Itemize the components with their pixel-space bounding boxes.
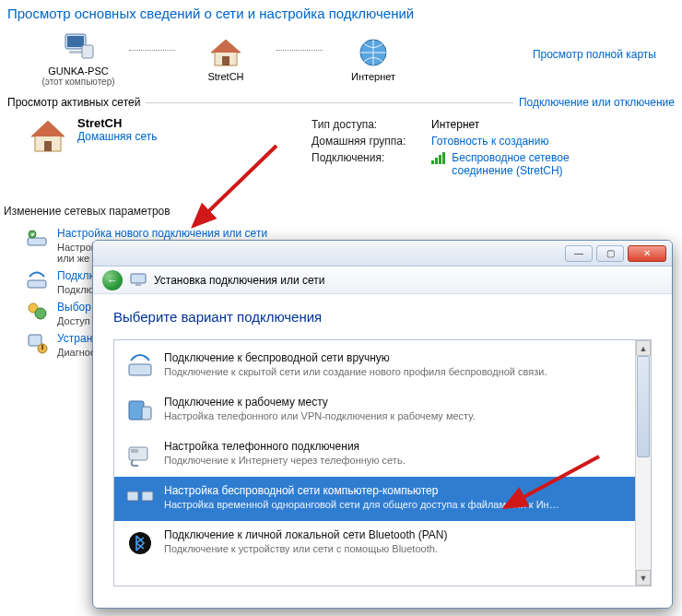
dialog-toolbar-title: Установка подключения или сети xyxy=(154,274,324,287)
node-label: StretCH xyxy=(207,71,243,82)
connection-link[interactable]: Беспроводное сетевое соединение (StretCH… xyxy=(452,151,617,177)
option-icon xyxy=(125,484,155,514)
svg-rect-21 xyxy=(135,284,141,286)
view-full-map-link[interactable]: Просмотр полной карты xyxy=(533,48,656,61)
svg-rect-22 xyxy=(129,364,151,375)
svg-rect-18 xyxy=(41,345,43,349)
option-icon xyxy=(125,351,155,381)
svg-rect-1 xyxy=(67,36,84,47)
opt-title: Выбор домашней группы и параметров общег… xyxy=(57,301,94,314)
divider xyxy=(146,102,513,103)
option-desc: Подключение к устройству или сети с помо… xyxy=(164,543,448,554)
svg-rect-27 xyxy=(127,492,138,501)
active-networks-header: Просмотр активных сетей Подключение или … xyxy=(7,96,675,109)
option-title: Подключение к личной локальной сети Blue… xyxy=(164,528,448,541)
option-icon xyxy=(125,440,155,469)
opt-title: Устранение неполадок xyxy=(57,332,94,345)
back-button[interactable]: ← xyxy=(102,270,123,290)
netmap-node-internet[interactable]: Интернет xyxy=(323,34,424,82)
active-network-panel: StretCH Домашняя сеть Тип доступа: Интер… xyxy=(0,109,682,186)
svg-rect-16 xyxy=(29,335,41,346)
dialog-titlebar[interactable]: — ▢ ✕ xyxy=(93,241,672,267)
setup-connection-dialog: — ▢ ✕ ← Установка подключения или сети В… xyxy=(92,240,673,609)
signal-bars-icon xyxy=(431,152,445,164)
connection-option[interactable]: Подключение к рабочему местуНастройка те… xyxy=(114,388,635,432)
connector-line xyxy=(276,50,323,51)
option-icon xyxy=(125,528,155,558)
svg-rect-6 xyxy=(222,56,229,65)
node-sublabel: (этот компьютер) xyxy=(41,77,114,87)
option-title: Подключение к беспроводной сети вручную xyxy=(164,351,547,364)
homegroup-label: Домашняя группа: xyxy=(312,135,431,148)
connection-option[interactable]: Подключение к личной локальной сети Blue… xyxy=(114,521,635,565)
network-type-link[interactable]: Домашняя сеть xyxy=(77,130,157,143)
dialog-toolbar: ← Установка подключения или сети xyxy=(93,267,672,294)
access-type-value: Интернет xyxy=(431,118,479,131)
netmap-node-router[interactable]: StretCH xyxy=(175,34,276,82)
option-desc: Подключение к Интернету через телефонную… xyxy=(164,455,406,466)
opt-title: Подключиться к сети xyxy=(57,269,94,282)
option-desc: Настройка телефонного или VPN-подключени… xyxy=(164,410,476,421)
node-label: Интернет xyxy=(351,71,395,82)
opt-desc: Подключение или повторное подключение к … xyxy=(57,284,94,295)
dialog-heading: Выберите вариант подключения xyxy=(113,309,652,325)
house-icon xyxy=(28,116,68,157)
active-network-name: StretCH xyxy=(77,116,157,130)
section-label: Просмотр активных сетей xyxy=(7,96,140,109)
page-title: Просмотр основных сведений о сети и наст… xyxy=(0,0,682,29)
homegroup-icon xyxy=(26,301,48,323)
scroll-down-button[interactable]: ▼ xyxy=(636,570,651,586)
access-type-label: Тип доступа: xyxy=(312,118,431,131)
opt-desc: Доступ к файлам и принтерам, расположенн… xyxy=(57,315,94,326)
svg-point-15 xyxy=(35,308,46,319)
svg-point-29 xyxy=(129,532,151,554)
scroll-up-button[interactable]: ▲ xyxy=(636,340,651,356)
connections-label: Подключения: xyxy=(312,151,431,177)
computer-icon xyxy=(60,29,97,65)
svg-marker-9 xyxy=(31,121,65,136)
scrollbar[interactable]: ▲ ▼ xyxy=(635,340,651,586)
connect-disconnect-link[interactable]: Подключение или отключение xyxy=(519,96,675,109)
connection-options-list: Подключение к беспроводной сети вручнуюП… xyxy=(113,339,652,586)
option-title: Настройка беспроводной сети компьютер-ко… xyxy=(164,484,560,497)
network-setup-icon xyxy=(26,227,48,249)
connector-line xyxy=(129,50,175,51)
svg-marker-5 xyxy=(211,40,241,53)
svg-rect-26 xyxy=(131,449,138,453)
house-icon xyxy=(207,34,244,71)
svg-rect-2 xyxy=(69,51,82,53)
option-desc: Подключение к скрытой сети или создание … xyxy=(164,366,547,377)
svg-rect-20 xyxy=(131,274,146,283)
svg-rect-28 xyxy=(142,492,153,501)
connection-option[interactable]: Настройка беспроводной сети компьютер-ко… xyxy=(114,477,635,521)
option-title: Подключение к рабочему месту xyxy=(164,396,476,409)
globe-icon xyxy=(355,34,392,71)
close-button[interactable]: ✕ xyxy=(628,245,666,262)
scroll-track[interactable] xyxy=(636,356,651,570)
minimize-button[interactable]: — xyxy=(565,245,593,262)
connection-option[interactable]: Настройка телефонного подключенияПодключ… xyxy=(114,432,635,477)
option-title: Настройка телефонного подключения xyxy=(164,440,406,453)
option-desc: Настройка временной одноранговой сети дл… xyxy=(164,499,560,510)
scroll-thumb[interactable] xyxy=(637,356,650,457)
change-settings-label: Изменение сетевых параметров xyxy=(4,205,682,218)
troubleshoot-icon xyxy=(26,332,48,354)
svg-rect-11 xyxy=(28,238,46,245)
svg-rect-3 xyxy=(82,45,93,58)
node-label: GUNKA-PSC xyxy=(48,65,108,77)
netmap-node-thispc[interactable]: GUNKA-PSC (этот компьютер) xyxy=(28,29,129,87)
option-icon xyxy=(125,396,155,425)
svg-rect-24 xyxy=(142,407,151,420)
homegroup-link[interactable]: Готовность к созданию xyxy=(431,135,548,148)
network-map: GUNKA-PSC (этот компьютер) StretCH Интер… xyxy=(0,29,682,87)
connection-option[interactable]: Подключение к беспроводной сети вручнуюП… xyxy=(114,344,635,388)
network-connect-icon xyxy=(26,269,48,291)
opt-title: Настройка нового подключения или сети xyxy=(57,227,481,240)
svg-rect-13 xyxy=(28,280,46,288)
opt-desc: Диагностика и исправление сетевых пробле… xyxy=(57,347,94,358)
monitor-icon xyxy=(130,272,147,289)
svg-rect-10 xyxy=(44,141,52,151)
maximize-button[interactable]: ▢ xyxy=(596,245,624,262)
